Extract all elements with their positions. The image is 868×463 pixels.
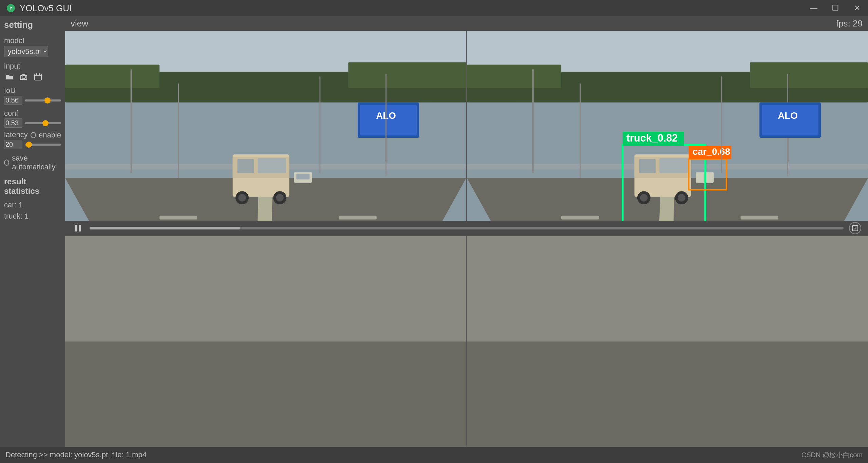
latency-label: latency (4, 130, 28, 139)
view-title: view (71, 18, 88, 29)
camera-icon[interactable] (18, 71, 29, 82)
save-auto-checkbox[interactable] (4, 160, 9, 166)
conf-slider-track (25, 122, 61, 124)
detection-image-panel: truck_0.82 car_0.68 ALO (466, 31, 868, 221)
iou-label: IoU (4, 86, 61, 95)
input-row (4, 71, 61, 82)
iou-slider-row (4, 96, 61, 105)
top-images: ALO (65, 31, 868, 221)
watermark: CSDN @松小白com (801, 450, 863, 460)
result-stats-title: result statistics (4, 177, 61, 197)
svg-point-25 (238, 194, 246, 201)
latency-spinbox[interactable] (4, 140, 22, 149)
svg-rect-72 (741, 216, 778, 219)
folder-icon[interactable] (4, 71, 15, 82)
progress-fill (90, 227, 240, 229)
input-label: input (4, 62, 61, 71)
main-layout: setting model yolov5s.pt yolov5m.pt yolo… (0, 16, 868, 447)
svg-point-27 (276, 194, 284, 201)
svg-rect-23 (258, 158, 286, 173)
svg-rect-41 (750, 62, 868, 88)
calendar-icon[interactable] (33, 71, 43, 82)
bottom-thumbnails (65, 236, 868, 447)
conf-spinbox[interactable] (4, 118, 22, 128)
svg-rect-10 (65, 64, 159, 88)
progress-bar-area (65, 221, 868, 236)
svg-rect-40 (467, 64, 561, 88)
iou-slider-track (25, 99, 61, 101)
result-statistics-section: result statistics car: 1 truck: 1 (4, 177, 61, 222)
svg-rect-75 (79, 225, 81, 231)
latency-slider-track (25, 144, 61, 146)
minimize-button[interactable]: — (803, 0, 825, 16)
model-label: model (4, 36, 61, 45)
svg-rect-11 (348, 62, 466, 88)
svg-text:car_0.68: car_0.68 (693, 146, 730, 157)
svg-rect-29 (296, 173, 309, 179)
svg-point-53 (640, 194, 647, 201)
window-controls: — ❐ ✕ (803, 0, 868, 16)
latency-slider-row (4, 140, 61, 149)
svg-rect-22 (238, 159, 254, 173)
progress-track[interactable] (90, 227, 844, 229)
left-thumbnail (65, 236, 466, 447)
conf-slider-row (4, 118, 61, 128)
view-header: view fps: 29 (65, 16, 868, 31)
stats-car: car: 1 (4, 199, 61, 210)
svg-rect-50 (639, 159, 656, 173)
svg-text:ALO: ALO (778, 110, 798, 121)
model-select[interactable]: yolov5s.pt yolov5m.pt yolov5l.pt (4, 46, 48, 57)
iou-spinbox[interactable] (4, 96, 22, 105)
titlebar: Y YOLOv5 GUI — ❐ ✕ (0, 0, 868, 16)
right-thumbnail (466, 236, 868, 447)
statusbar: Detecting >> model: yolov5s.pt, file: 1.… (0, 447, 868, 463)
app-icon: Y (5, 3, 16, 14)
model-row: yolov5s.pt yolov5m.pt yolov5l.pt (4, 46, 61, 57)
status-text: Detecting >> model: yolov5s.pt, file: 1.… (5, 450, 147, 459)
close-button[interactable]: ✕ (846, 0, 868, 16)
setting-title: setting (4, 20, 61, 32)
latency-enable-radio[interactable] (31, 132, 36, 138)
sidebar: setting model yolov5s.pt yolov5m.pt yolo… (0, 16, 65, 447)
latency-row: latency enable (4, 130, 61, 140)
svg-rect-74 (75, 225, 77, 231)
svg-text:truck_0.82: truck_0.82 (626, 132, 678, 144)
pause-button[interactable] (72, 222, 84, 234)
input-image-panel: ALO (65, 31, 466, 221)
svg-rect-34 (159, 216, 197, 219)
view-area: view fps: 29 (65, 16, 868, 447)
expand-button[interactable] (849, 222, 861, 234)
save-auto-label: save automatically (12, 154, 61, 171)
app-title: YOLOv5 GUI (20, 3, 72, 14)
conf-label: conf (4, 109, 61, 118)
svg-point-55 (678, 194, 685, 201)
svg-rect-3 (35, 74, 41, 80)
save-row: save automatically (4, 154, 61, 171)
svg-point-2 (22, 75, 25, 79)
svg-rect-71 (561, 216, 599, 219)
svg-rect-70 (787, 138, 789, 162)
latency-enable-label: enable (39, 131, 61, 140)
maximize-button[interactable]: ❐ (825, 0, 846, 16)
svg-rect-86 (467, 341, 868, 447)
stats-truck: truck: 1 (4, 210, 61, 222)
svg-rect-82 (65, 341, 466, 447)
fps-display: fps: 29 (836, 18, 863, 29)
svg-rect-35 (339, 216, 377, 219)
svg-text:Y: Y (10, 6, 12, 11)
svg-rect-51 (659, 158, 687, 173)
